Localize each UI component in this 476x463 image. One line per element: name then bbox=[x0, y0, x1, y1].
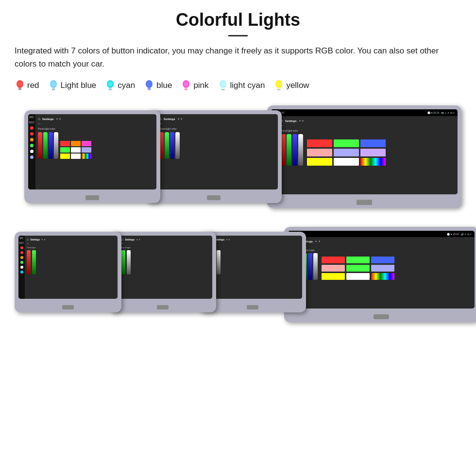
description-text: Integrated with 7 colors of button indic… bbox=[15, 44, 461, 70]
bulb-lightcyan-icon bbox=[218, 79, 228, 92]
color-item-pink: pink bbox=[181, 79, 208, 92]
color-label-blue: blue bbox=[156, 81, 172, 90]
device-top-3: MC RST 🕐 ♥ 20:24 📷 ▷ ✕ ⊟ ↩ bbox=[267, 105, 461, 208]
page-wrapper: Colorful Lights Integrated with 7 colors… bbox=[0, 0, 476, 348]
color-row: red Light blue cyan bbox=[15, 79, 461, 92]
bottom-devices-row: MC RST ⌂ Settings bbox=[15, 227, 461, 334]
color-label-yellow: yellow bbox=[286, 81, 309, 90]
color-label-pink: pink bbox=[193, 81, 208, 90]
svg-point-11 bbox=[108, 82, 113, 86]
svg-rect-14 bbox=[148, 89, 151, 90]
main-title: Colorful Lights bbox=[15, 10, 461, 30]
bulb-cyan-icon bbox=[105, 79, 116, 92]
device-bottom-2: MC RST ⌂ Settings bbox=[109, 232, 216, 312]
svg-rect-1 bbox=[18, 87, 21, 89]
color-label-red: red bbox=[27, 81, 39, 90]
svg-rect-26 bbox=[277, 89, 281, 90]
color-item-lightblue: Light blue bbox=[48, 79, 97, 92]
svg-rect-22 bbox=[221, 89, 224, 90]
color-label-lightcyan: light cyan bbox=[230, 81, 265, 90]
bulb-yellow-icon bbox=[273, 79, 284, 92]
color-item-cyan: cyan bbox=[105, 79, 135, 92]
svg-rect-21 bbox=[221, 87, 224, 89]
watermark-bottom: Seicane bbox=[372, 309, 391, 315]
bulb-lightblue-icon bbox=[48, 79, 59, 92]
top-devices-row: MC RST ⌂ S bbox=[15, 105, 461, 217]
svg-rect-9 bbox=[109, 87, 112, 89]
color-item-yellow: yellow bbox=[273, 79, 309, 92]
svg-rect-10 bbox=[109, 89, 112, 90]
bulb-blue-icon bbox=[144, 79, 154, 92]
svg-rect-13 bbox=[148, 87, 151, 89]
device-bottom-1: MC RST ⌂ Settings bbox=[15, 232, 121, 312]
svg-rect-25 bbox=[277, 87, 280, 89]
svg-rect-18 bbox=[185, 89, 188, 90]
svg-point-23 bbox=[221, 82, 225, 86]
device-top-2: MC RST ⌂ Settings bbox=[146, 110, 282, 203]
svg-point-19 bbox=[184, 82, 188, 86]
color-label-lightblue: Light blue bbox=[61, 81, 97, 90]
svg-rect-17 bbox=[185, 87, 187, 89]
title-divider bbox=[228, 35, 248, 36]
color-item-red: red bbox=[15, 79, 39, 92]
watermark-top: Seicane bbox=[355, 195, 374, 201]
bulb-pink-icon bbox=[181, 79, 191, 92]
bulb-red-icon bbox=[15, 79, 25, 92]
color-item-blue: blue bbox=[144, 79, 172, 92]
svg-point-3 bbox=[17, 82, 22, 86]
svg-point-15 bbox=[147, 82, 152, 86]
svg-rect-6 bbox=[51, 89, 55, 90]
header-section: Colorful Lights Integrated with 7 colors… bbox=[15, 10, 461, 70]
svg-rect-2 bbox=[18, 89, 22, 90]
svg-rect-5 bbox=[52, 87, 55, 89]
color-item-lightcyan: light cyan bbox=[218, 79, 265, 92]
svg-point-7 bbox=[51, 82, 56, 86]
svg-point-27 bbox=[276, 82, 281, 86]
device-bottom-4: MC RST 🕐 ♥ 20:24 🔊 ✕ ⊟ ↩ bbox=[284, 227, 476, 322]
device-top-1: MC RST ⌂ S bbox=[24, 110, 160, 203]
color-label-cyan: cyan bbox=[118, 81, 135, 90]
